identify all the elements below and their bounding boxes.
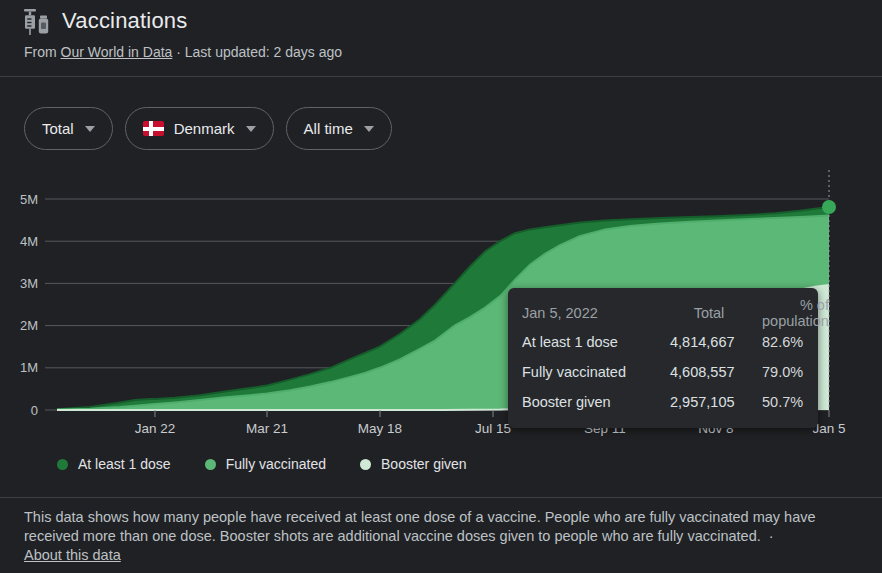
footer-separator: · xyxy=(769,528,774,544)
legend-label: At least 1 dose xyxy=(78,456,171,472)
footer-note: This data shows how many people have rec… xyxy=(24,508,862,565)
denmark-flag-icon xyxy=(143,121,164,136)
tooltip-row: Booster given 2,957,105 50.7% xyxy=(522,387,802,417)
chevron-down-icon xyxy=(85,126,95,132)
tooltip-row-label: At least 1 dose xyxy=(522,334,670,350)
chevron-down-icon xyxy=(246,126,256,132)
tooltip-row-label: Booster given xyxy=(522,394,670,410)
tooltip-col-pct: % of population xyxy=(762,297,829,329)
timerange-dropdown-label: All time xyxy=(304,120,353,137)
legend-item: Fully vaccinated xyxy=(205,456,326,472)
header-divider xyxy=(0,76,882,77)
legend-dot-icon xyxy=(57,459,68,470)
tooltip-row-pct: 50.7% xyxy=(762,394,803,410)
legend-label: Fully vaccinated xyxy=(226,456,326,472)
y-axis-label: 1M xyxy=(20,360,38,375)
legend-item: At least 1 dose xyxy=(57,456,171,472)
source-prefix: From xyxy=(24,44,57,60)
source-link[interactable]: Our World in Data xyxy=(61,44,173,60)
last-updated-text: Last updated: 2 days ago xyxy=(185,44,342,60)
syringe-icon xyxy=(22,9,54,37)
tooltip-row: Fully vaccinated 4,608,557 79.0% xyxy=(522,357,802,387)
about-this-data-link[interactable]: About this data xyxy=(24,546,121,565)
separator-dot: · xyxy=(176,44,181,60)
chart-tooltip: Jan 5, 2022 Total % of population At lea… xyxy=(508,288,818,428)
tooltip-row-pct: 79.0% xyxy=(762,364,803,380)
tooltip-row-pct: 82.6% xyxy=(762,334,803,350)
y-axis-label: 2M xyxy=(20,318,38,333)
legend-dot-icon xyxy=(205,459,216,470)
metric-dropdown-label: Total xyxy=(42,120,74,137)
legend-item: Booster given xyxy=(360,456,467,472)
tooltip-header-row: Jan 5, 2022 Total % of population xyxy=(522,297,802,327)
y-axis-label: 4M xyxy=(20,234,38,249)
tooltip-row-total: 2,957,105 xyxy=(670,394,762,410)
source-line: From Our World in Data · Last updated: 2… xyxy=(24,44,342,60)
filter-bar: Total Denmark All time xyxy=(24,107,392,150)
chevron-down-icon xyxy=(364,126,374,132)
metric-dropdown[interactable]: Total xyxy=(24,107,113,150)
footer-text: This data shows how many people have rec… xyxy=(24,509,816,544)
chart-legend: At least 1 dose Fully vaccinated Booster… xyxy=(57,456,467,472)
page-title: Vaccinations xyxy=(62,8,188,34)
hover-point-dot xyxy=(822,200,836,214)
x-axis-label: Mar 21 xyxy=(246,421,288,436)
timerange-dropdown[interactable]: All time xyxy=(286,107,392,150)
legend-dot-icon xyxy=(360,459,371,470)
x-axis-label: Jan 22 xyxy=(135,421,176,436)
country-dropdown[interactable]: Denmark xyxy=(125,107,274,150)
tooltip-date: Jan 5, 2022 xyxy=(522,305,670,321)
x-axis-label: Jul 15 xyxy=(475,421,511,436)
y-axis-label: 5M xyxy=(20,192,38,207)
legend-label: Booster given xyxy=(381,456,467,472)
footer-divider xyxy=(0,497,882,498)
y-axis-label: 3M xyxy=(20,276,38,291)
tooltip-col-total: Total xyxy=(656,305,762,321)
vaccinations-widget: Vaccinations From Our World in Data · La… xyxy=(0,0,882,573)
country-dropdown-label: Denmark xyxy=(174,120,235,137)
tooltip-row-total: 4,814,667 xyxy=(670,334,762,350)
tooltip-row: At least 1 dose 4,814,667 82.6% xyxy=(522,327,802,357)
y-axis-label: 0 xyxy=(31,403,38,418)
tooltip-row-label: Fully vaccinated xyxy=(522,364,670,380)
tooltip-row-total: 4,608,557 xyxy=(670,364,762,380)
x-axis-label: May 18 xyxy=(358,421,402,436)
